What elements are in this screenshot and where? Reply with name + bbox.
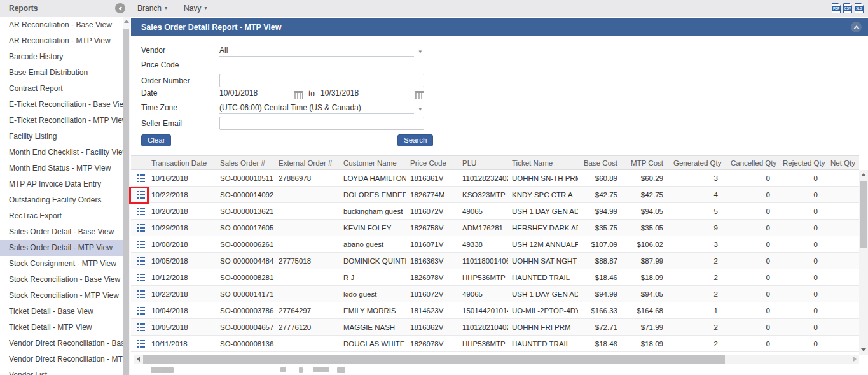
row-detail-menu-icon[interactable] [137, 257, 145, 265]
row-detail-menu-icon[interactable] [137, 208, 145, 215]
icon-dots [137, 323, 139, 331]
table-cell: $94.99 [578, 208, 624, 215]
vertical-scrollbar-thumb[interactable] [860, 181, 867, 248]
sidebar-item[interactable]: Month End Status - MTP View [0, 160, 123, 176]
collapse-panel-button[interactable] [851, 22, 862, 32]
sidebar-item[interactable]: AR Reconciliation - MTP View [0, 33, 123, 49]
clear-button[interactable]: Clear [141, 134, 171, 146]
export-xls-icon[interactable]: XLS [855, 3, 864, 13]
column-header[interactable]: Sales Order # [216, 159, 275, 167]
sidebar-item[interactable]: Sales Order Detail - MTP View [0, 240, 123, 256]
column-header[interactable]: MTP Cost [624, 159, 670, 167]
sidebar-item[interactable]: Ticket Detail - Base View [0, 304, 123, 320]
sidebar-item[interactable]: Barcode History [0, 49, 123, 65]
sidebar-item[interactable]: E-Ticket Reconciliation - MTP View [0, 113, 123, 129]
sidebar-item[interactable]: Sales Order Detail - Base View [0, 224, 123, 240]
sidebar-scrollbar[interactable] [123, 17, 130, 375]
icon-dots [137, 290, 139, 298]
scroll-left-arrow-icon[interactable] [137, 357, 140, 362]
row-icon-cell [131, 241, 148, 248]
table-cell: 1816362V [406, 323, 458, 331]
export-csv-icon[interactable]: CSV [843, 3, 852, 13]
export-pdf-icon[interactable]: PDF [832, 3, 841, 13]
table-cell: $42.75 [578, 191, 624, 199]
row-detail-menu-icon[interactable] [137, 191, 145, 199]
sidebar-item-partial[interactable]: Vendor List [0, 367, 123, 375]
scroll-up-arrow-icon[interactable] [124, 20, 129, 23]
table-cell: 4 [670, 191, 727, 199]
row-detail-menu-icon[interactable] [137, 307, 145, 315]
date-range-separator: to [308, 89, 315, 98]
table-vertical-scrollbar[interactable] [859, 170, 868, 355]
table-cell: MAGGIE NASH [340, 323, 406, 331]
table-cell: SO-0000014092 [216, 191, 275, 199]
sidebar-item[interactable]: Vendor Direct Reconciliation - Base Vi [0, 336, 123, 351]
page-title: Sales Order Detail Report - MTP View [141, 23, 851, 32]
scroll-down-arrow-icon[interactable] [861, 348, 866, 351]
row-detail-menu-icon[interactable] [137, 340, 145, 348]
table-cell: 0 [779, 174, 827, 182]
sidebar-item[interactable]: Ticket Detail - MTP View [0, 320, 123, 336]
sidebar-item[interactable]: Outstanding Facility Orders [0, 192, 123, 208]
date-from-input[interactable] [219, 88, 291, 99]
table-cell: 1826978V [406, 340, 458, 348]
search-button[interactable]: Search [397, 134, 433, 146]
scroll-right-arrow-icon[interactable] [853, 357, 857, 362]
row-detail-menu-icon[interactable] [137, 290, 145, 298]
table-cell: SO-0000004484 [216, 257, 275, 265]
row-icon-cell [131, 208, 148, 215]
row-detail-menu-icon[interactable] [137, 224, 145, 232]
column-header[interactable]: Generated Qty [670, 159, 727, 167]
sidebar-item[interactable]: Stock Reconciliation - MTP View [0, 288, 123, 304]
column-header[interactable]: External Order # [275, 159, 340, 167]
price-code-input[interactable] [219, 60, 424, 71]
column-header[interactable]: Rejected Qty [779, 159, 827, 167]
order-number-input[interactable] [219, 74, 424, 87]
sidebar-item[interactable]: Month End Checklist - Facility View [0, 145, 123, 160]
sidebar-item[interactable]: Stock Consignment - MTP View [0, 256, 123, 272]
scroll-up-arrow-icon[interactable] [861, 173, 866, 176]
seller-email-label: Seller Email [141, 119, 219, 130]
sidebar-item[interactable]: Vendor Direct Reconciliation - MTP Vie [0, 351, 123, 367]
table-cell: KNDY SPC CTR A [508, 191, 578, 199]
icon-dots [137, 224, 139, 232]
sidebar-item[interactable]: AR Reconciliation - Base View [0, 17, 123, 33]
seller-email-input[interactable] [219, 117, 424, 130]
time-zone-select[interactable]: (UTC-06:00) Central Time (US & Canada) ▾ [219, 103, 414, 114]
sidebar-scrollbar-thumb[interactable] [123, 29, 129, 375]
row-detail-menu-icon[interactable] [137, 323, 145, 331]
column-header[interactable]: Transaction Date [148, 159, 216, 167]
horizontal-scrollbar-thumb[interactable] [143, 355, 725, 364]
sidebar-item[interactable]: Stock Reconciliation - Base View [0, 272, 123, 288]
sidebar-item[interactable]: Base Email Distribution [0, 65, 123, 81]
table-cell: 10/08/2018 [148, 241, 216, 248]
collapse-sidebar-button[interactable] [115, 3, 125, 13]
column-header[interactable]: Net Qty [827, 159, 857, 167]
calendar-icon[interactable] [415, 91, 424, 99]
sidebar-item[interactable]: RecTrac Export [0, 208, 123, 224]
sidebar-item[interactable]: E-Ticket Reconciliation - Base View [0, 97, 123, 113]
row-icon-cell [131, 191, 148, 199]
calendar-icon[interactable] [294, 91, 303, 99]
column-header[interactable]: PLU [458, 159, 508, 167]
table-horizontal-scrollbar[interactable] [134, 355, 859, 364]
column-header[interactable]: Price Code [406, 159, 458, 167]
sidebar-header: Reports [0, 0, 130, 17]
row-detail-menu-icon[interactable] [137, 174, 145, 182]
sidebar-item[interactable]: MTP AP Invoice Data Entry [0, 176, 123, 192]
location-menu[interactable]: Navy ▾ [184, 4, 207, 13]
sidebar-item[interactable]: Facility Listing [0, 129, 123, 145]
column-header[interactable]: Base Cost [578, 159, 624, 167]
table-cell: $88.87 [578, 257, 624, 265]
row-detail-menu-icon[interactable] [137, 241, 145, 248]
vendor-select[interactable]: All ▾ [219, 46, 414, 57]
sidebar-item[interactable]: Contract Report [0, 81, 123, 97]
table-cell: $94.05 [624, 208, 670, 215]
column-header[interactable]: Ticket Name [508, 159, 578, 167]
column-header[interactable]: Customer Name [340, 159, 406, 167]
row-detail-menu-icon[interactable] [137, 274, 145, 281]
column-header[interactable]: Cancelled Qty [727, 159, 779, 167]
branch-menu[interactable]: Branch ▾ [137, 4, 167, 13]
table-cell: UOHHN SN-TH PRM [508, 174, 578, 182]
date-to-input[interactable] [320, 88, 413, 99]
